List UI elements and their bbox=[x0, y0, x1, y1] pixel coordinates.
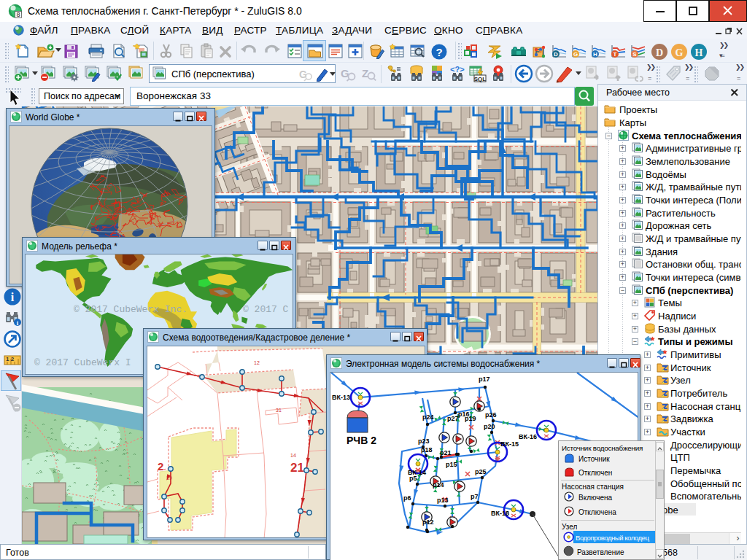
svg-text:8: 8 bbox=[17, 11, 20, 18]
svg-text:p23: p23 bbox=[418, 438, 430, 445]
svg-text:D: D bbox=[656, 47, 663, 58]
svg-text:p13: p13 bbox=[437, 497, 449, 504]
svg-text:H: H bbox=[695, 47, 703, 58]
svg-text:p27: p27 bbox=[447, 415, 459, 422]
svg-text:p18: p18 bbox=[421, 446, 433, 454]
svg-text:T: T bbox=[614, 51, 617, 58]
svg-text:© 2017 CubeWerx Inc.: © 2017 CubeWerx Inc. bbox=[74, 304, 187, 315]
svg-text:p25: p25 bbox=[475, 468, 487, 475]
svg-text:2: 2 bbox=[158, 460, 163, 472]
svg-text:p21: p21 bbox=[440, 449, 452, 456]
svg-text:ВК-18: ВК-18 bbox=[491, 510, 509, 517]
svg-text:p5: p5 bbox=[409, 475, 417, 482]
svg-text:D: D bbox=[554, 51, 558, 58]
svg-text:p17: p17 bbox=[479, 376, 490, 383]
svg-text:ВК-16: ВК-16 bbox=[519, 433, 537, 440]
svg-text:G: G bbox=[676, 47, 684, 58]
svg-text:p14: p14 bbox=[433, 481, 444, 489]
svg-text:p7: p7 bbox=[471, 493, 479, 500]
svg-text:p19: p19 bbox=[465, 415, 476, 422]
svg-text:S: S bbox=[632, 51, 637, 58]
svg-text:p24: p24 bbox=[422, 413, 434, 421]
svg-text:ВК-13: ВК-13 bbox=[332, 394, 350, 401]
svg-text:1 2: 1 2 bbox=[6, 356, 15, 362]
svg-text:21: 21 bbox=[290, 461, 304, 475]
svg-text:p26: p26 bbox=[485, 411, 497, 419]
svg-text:31: 31 bbox=[276, 408, 282, 413]
svg-text:© 2017 CubeWerx I: © 2017 CubeWerx I bbox=[34, 357, 131, 368]
svg-text:РЧВ 2: РЧВ 2 bbox=[347, 435, 376, 446]
svg-text:G: G bbox=[573, 51, 578, 58]
svg-text:SQL: SQL bbox=[474, 76, 487, 82]
svg-text:<?>: <?> bbox=[450, 65, 465, 74]
svg-text:Z: Z bbox=[362, 67, 368, 79]
svg-text:© 2017 C: © 2017 C bbox=[243, 304, 289, 315]
svg-text:i: i bbox=[11, 291, 15, 303]
svg-text:14: 14 bbox=[290, 453, 296, 458]
svg-text:H: H bbox=[593, 51, 597, 58]
svg-text:ВК-15: ВК-15 bbox=[500, 440, 519, 448]
svg-text:p20: p20 bbox=[484, 423, 495, 430]
svg-text:p12: p12 bbox=[422, 518, 434, 526]
svg-text:12: 12 bbox=[254, 360, 260, 365]
svg-text:p15: p15 bbox=[446, 461, 457, 468]
svg-text:p6: p6 bbox=[403, 494, 411, 502]
svg-text:?: ? bbox=[436, 46, 442, 58]
